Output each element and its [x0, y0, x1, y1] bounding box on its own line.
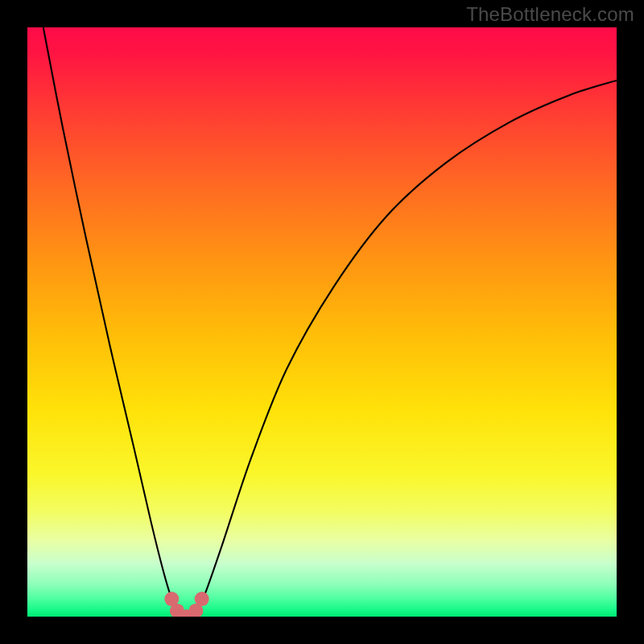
highlight-dots-group [164, 592, 208, 617]
watermark-label: TheBottleneck.com [466, 3, 634, 26]
chart-frame: TheBottleneck.com [0, 0, 644, 644]
highlight-dot [195, 592, 209, 606]
chart-svg [27, 27, 617, 617]
plot-area [27, 27, 617, 617]
bottleneck-curve [43, 27, 617, 617]
